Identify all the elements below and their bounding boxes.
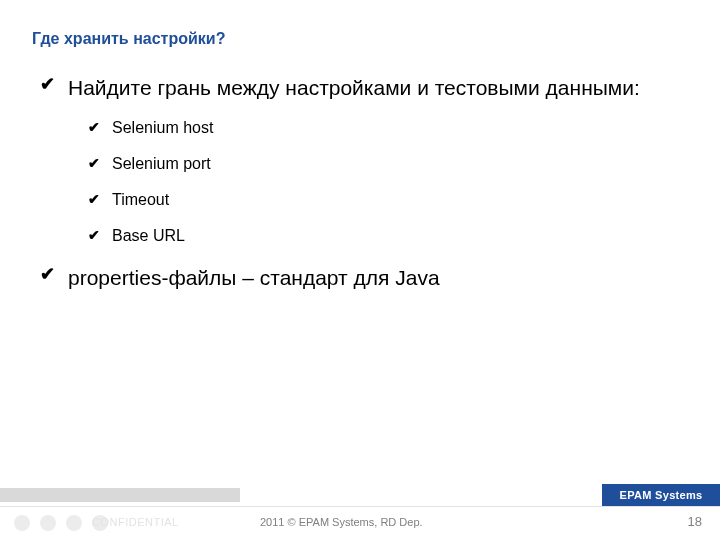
bullet-text: Найдите грань между настройками и тестов… — [68, 70, 640, 106]
list-item: ✔ Base URL — [88, 220, 690, 252]
check-icon: ✔ — [88, 112, 112, 142]
check-icon: ✔ — [88, 148, 112, 178]
slide-content: ✔ Найдите грань между настройками и тест… — [40, 70, 690, 302]
page-number: 18 — [688, 514, 702, 529]
slide-title: Где хранить настройки? — [32, 30, 225, 48]
bottom-strip: CONFIDENTIAL 2011 © EPAM Systems, RD Dep… — [0, 506, 720, 540]
sub-list: ✔ Selenium host ✔ Selenium port ✔ Timeou… — [88, 112, 690, 252]
bullet-text: Base URL — [112, 220, 185, 252]
list-item: ✔ properties-файлы – стандарт для Java — [40, 260, 690, 296]
list-item: ✔ Timeout — [88, 184, 690, 216]
bullet-text: properties-файлы – стандарт для Java — [68, 260, 440, 296]
list-item: ✔ Selenium port — [88, 148, 690, 180]
dot-icon — [66, 515, 82, 531]
check-icon: ✔ — [88, 220, 112, 250]
slide: Где хранить настройки? ✔ Найдите грань м… — [0, 0, 720, 540]
footer-bar: EPAM Systems — [0, 484, 720, 506]
check-icon: ✔ — [40, 260, 68, 288]
dot-icon — [14, 515, 30, 531]
footer-grey-strip — [0, 488, 240, 502]
bullet-text: Timeout — [112, 184, 169, 216]
dot-icon — [40, 515, 56, 531]
confidential-label: CONFIDENTIAL — [92, 516, 179, 528]
copyright-text: 2011 © EPAM Systems, RD Dep. — [260, 516, 423, 528]
check-icon: ✔ — [88, 184, 112, 214]
bullet-text: Selenium host — [112, 112, 213, 144]
check-icon: ✔ — [40, 70, 68, 98]
list-item: ✔ Selenium host — [88, 112, 690, 144]
list-item: ✔ Найдите грань между настройками и тест… — [40, 70, 690, 106]
bullet-text: Selenium port — [112, 148, 211, 180]
brand-badge: EPAM Systems — [602, 484, 720, 506]
